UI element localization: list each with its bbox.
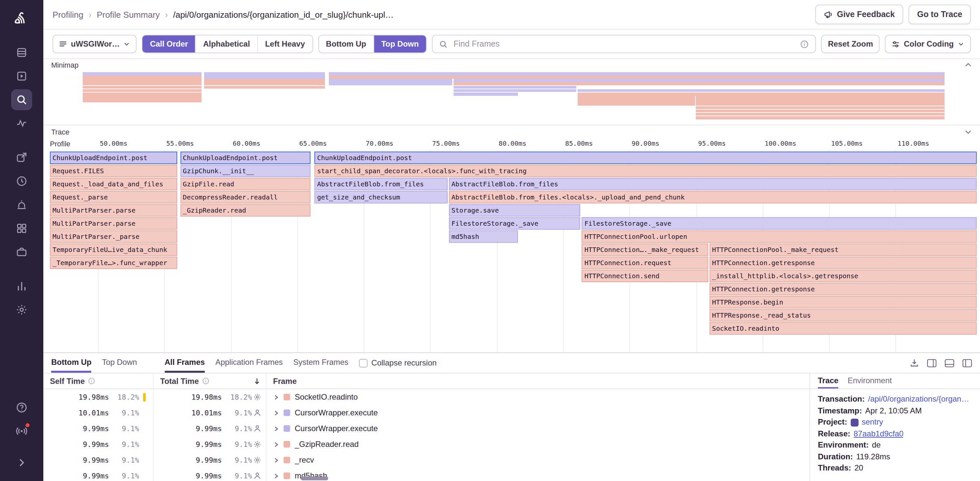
flame-frame[interactable]: _install_httplib.<locals>.getresponse bbox=[710, 270, 977, 282]
performance-icon[interactable] bbox=[11, 113, 32, 134]
total-time-column-header[interactable]: Total Time bbox=[154, 373, 267, 389]
tab-application-frames[interactable]: Application Frames bbox=[215, 353, 283, 373]
releases-icon[interactable] bbox=[11, 147, 32, 168]
bottom-table-row[interactable]: 9.99ms9.1%9.99ms9.1%_GzipReader.read bbox=[43, 437, 809, 452]
thread-selector-dropdown[interactable]: uWSGIWor… bbox=[52, 35, 137, 53]
projects-icon[interactable] bbox=[11, 66, 32, 87]
sort-alphabetical-button[interactable]: Alphabetical bbox=[195, 35, 257, 52]
tab-trace[interactable]: Trace bbox=[818, 373, 838, 389]
flame-frame[interactable]: md5hash bbox=[449, 230, 518, 243]
issues-icon[interactable] bbox=[11, 42, 32, 63]
flame-frame[interactable]: Storage.save bbox=[449, 204, 581, 217]
flame-frame[interactable]: HTTPConnection…._make_request bbox=[582, 243, 708, 256]
expand-chevron-icon[interactable] bbox=[273, 425, 279, 432]
tab-all-frames[interactable]: All Frames bbox=[164, 353, 205, 373]
broadcast-icon[interactable] bbox=[11, 421, 32, 441]
flame-frame[interactable]: ChunkUploadEndpoint.post bbox=[314, 152, 977, 164]
flame-frame[interactable]: GzipFile.read bbox=[180, 178, 310, 190]
expand-chevron-icon[interactable] bbox=[273, 473, 279, 479]
flame-frame[interactable]: get_size_and_checksum bbox=[314, 191, 447, 203]
expand-chevron-icon[interactable] bbox=[273, 441, 279, 447]
flame-frame[interactable]: HTTPConnection.send bbox=[582, 270, 708, 282]
frame-cell[interactable]: _GzipReader.read bbox=[267, 440, 809, 449]
stats-icon[interactable] bbox=[11, 276, 32, 297]
flame-frame[interactable]: MultiPartParser.parse bbox=[50, 217, 178, 230]
frame-cell[interactable]: _recv bbox=[267, 456, 809, 465]
bottom-table-row[interactable]: 10.01ms9.1%10.01ms9.1%CursorWrapper.exec… bbox=[43, 405, 809, 421]
sentry-logo[interactable] bbox=[10, 6, 33, 30]
flame-frame[interactable]: HTTPConnectionPool._make_request bbox=[710, 243, 977, 256]
frame-cell[interactable]: md5hash bbox=[267, 471, 809, 480]
frame-column-header[interactable]: Frame bbox=[267, 376, 297, 386]
frame-cell[interactable]: SocketIO.readinto bbox=[267, 392, 809, 402]
flame-frame[interactable]: SocketIO.readinto bbox=[710, 322, 977, 335]
flame-frame[interactable]: AbstractFileBlob.from_files bbox=[449, 178, 977, 190]
sort-left-heavy-button[interactable]: Left Heavy bbox=[257, 35, 312, 52]
horizontal-scrollbar-thumb[interactable] bbox=[301, 476, 328, 480]
collapse-recursion-checkbox[interactable]: Collapse recursion bbox=[359, 353, 437, 373]
flame-frame[interactable]: HTTPConnection.getresponse bbox=[710, 283, 977, 295]
self-time-column-header[interactable]: Self Time bbox=[43, 373, 154, 389]
explore-search-icon[interactable] bbox=[11, 89, 32, 110]
frame-cell[interactable]: CursorWrapper.execute bbox=[267, 408, 809, 418]
bottom-table-row[interactable]: 19.98ms18.2%19.98ms18.2%SocketIO.readint… bbox=[43, 389, 809, 405]
tab-system-frames[interactable]: System Frames bbox=[293, 353, 348, 373]
dashboards-icon[interactable] bbox=[11, 218, 32, 239]
bottom-table-row[interactable]: 9.99ms9.1%9.99ms9.1%_recv bbox=[43, 452, 809, 468]
expand-chevron-icon[interactable] bbox=[273, 394, 279, 400]
flame-frame[interactable]: HTTPConnection.getresponse bbox=[710, 257, 977, 269]
expand-chevron-icon[interactable] bbox=[273, 457, 279, 463]
help-icon[interactable] bbox=[11, 397, 32, 418]
flame-frame[interactable]: FilestoreStorage._save bbox=[582, 217, 977, 230]
release-link[interactable]: 87aab1d9cfa0 bbox=[854, 428, 904, 440]
collapse-minimap-icon[interactable] bbox=[964, 61, 972, 69]
breadcrumb-profiling[interactable]: Profiling bbox=[52, 10, 83, 19]
flame-frame[interactable]: FilestoreStorage._save bbox=[449, 217, 581, 230]
flame-frame[interactable]: HTTPResponse._read_status bbox=[710, 309, 977, 322]
search-input[interactable] bbox=[452, 39, 796, 49]
flame-frame[interactable]: Request._parse bbox=[50, 191, 178, 203]
flame-frame[interactable]: TemporaryFileU…ive_data_chunk bbox=[50, 243, 178, 256]
flame-frame[interactable]: GzipChunk.__init__ bbox=[180, 165, 310, 177]
project-link[interactable]: sentry bbox=[862, 417, 883, 428]
minimap-canvas[interactable] bbox=[81, 72, 946, 119]
expand-sidebar-icon[interactable] bbox=[11, 452, 32, 473]
flame-frame[interactable]: HTTPConnectionPool.urlopen bbox=[582, 230, 977, 243]
flame-frame[interactable]: start_child_span_decorator.<locals>.func… bbox=[314, 165, 977, 177]
flame-frame[interactable]: HTTPConnection.request bbox=[582, 257, 708, 269]
go-to-trace-button[interactable]: Go to Trace bbox=[908, 5, 971, 24]
info-icon[interactable] bbox=[800, 40, 809, 48]
tab-top-down[interactable]: Top Down bbox=[102, 353, 137, 373]
frame-cell[interactable]: CursorWrapper.execute bbox=[267, 424, 809, 433]
transaction-link[interactable]: /api/0/organizations/{organ… bbox=[868, 394, 969, 405]
flame-frame[interactable]: ChunkUploadEndpoint.post bbox=[180, 152, 310, 164]
flame-frame[interactable]: DecompressReader.readall bbox=[180, 191, 310, 203]
bottom-table-row[interactable]: 9.99ms9.1%9.99ms9.1%CursorWrapper.execut… bbox=[43, 421, 809, 437]
tab-bottom-up[interactable]: Bottom Up bbox=[51, 353, 92, 373]
crons-icon[interactable] bbox=[11, 171, 32, 192]
briefcase-icon[interactable] bbox=[11, 241, 32, 262]
settings-icon[interactable] bbox=[11, 299, 32, 320]
layout-left-panel-icon[interactable] bbox=[962, 359, 972, 367]
flame-frame[interactable]: AbstractFileBlob.from_files.<locals>._up… bbox=[449, 191, 977, 203]
tab-environment[interactable]: Environment bbox=[848, 373, 892, 389]
alerts-icon[interactable] bbox=[11, 194, 32, 215]
flame-frame[interactable]: _TemporaryFile…>.func_wrapper bbox=[50, 257, 178, 269]
color-coding-dropdown[interactable]: Color Coding bbox=[885, 35, 971, 53]
layout-bottom-panel-icon[interactable] bbox=[945, 359, 955, 367]
flame-frame[interactable]: _GzipReader.read bbox=[180, 204, 310, 217]
flamegraph-canvas[interactable]: ChunkUploadEndpoint.postChunkUploadEndpo… bbox=[49, 149, 978, 352]
give-feedback-button[interactable]: Give Feedback bbox=[815, 5, 904, 24]
flame-frame[interactable]: Request.FILES bbox=[50, 165, 178, 177]
expand-chevron-icon[interactable] bbox=[273, 410, 279, 416]
flame-frame[interactable]: MultiPartParser.parse bbox=[50, 204, 178, 217]
collapse-trace-icon[interactable] bbox=[964, 128, 972, 135]
flame-frame[interactable]: MultiPartParser._parse bbox=[50, 230, 178, 243]
download-icon[interactable] bbox=[910, 358, 919, 367]
flame-frame[interactable]: AbstractFileBlob.from_files bbox=[314, 178, 447, 190]
direction-bottom-up-button[interactable]: Bottom Up bbox=[319, 35, 374, 52]
flame-frame[interactable]: HTTPResponse.begin bbox=[710, 296, 977, 308]
sort-call-order-button[interactable]: Call Order bbox=[143, 35, 195, 52]
find-frames-search[interactable] bbox=[432, 35, 816, 53]
flame-frame[interactable]: ChunkUploadEndpoint.post bbox=[50, 152, 178, 164]
